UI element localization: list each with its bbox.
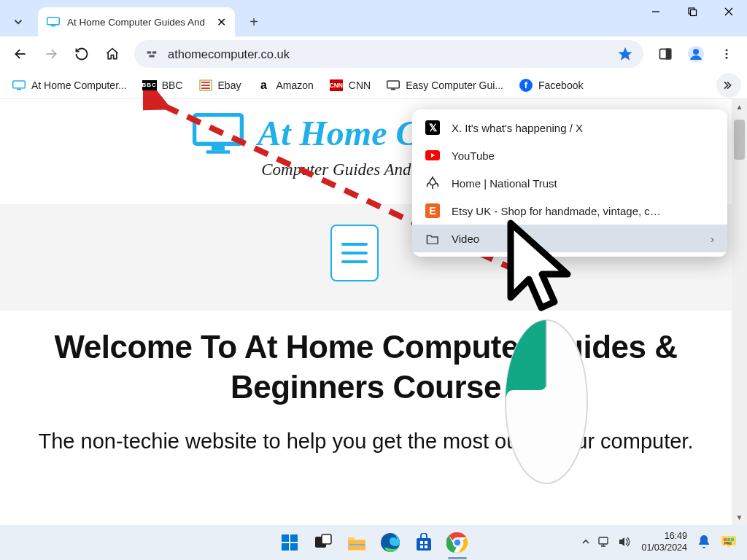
bookmark-label: BBC — [162, 79, 183, 91]
scrollbar-thumb[interactable] — [734, 120, 745, 160]
annotation-mouse-icon — [503, 317, 589, 486]
hero-section: Welcome To At Home Computer Guides & Beg… — [22, 327, 710, 456]
svg-marker-53 — [619, 537, 624, 546]
chrome-button[interactable] — [444, 529, 471, 556]
svg-rect-35 — [282, 534, 289, 542]
taskbar-clock[interactable]: 16:49 01/03/2024 — [641, 531, 687, 553]
svg-rect-36 — [290, 534, 298, 542]
store-button[interactable] — [410, 529, 438, 556]
reload-button[interactable] — [67, 39, 96, 69]
bookmark-ebay[interactable]: Ebay — [193, 75, 248, 96]
tab-favicon-icon — [47, 17, 60, 27]
mobile-menu-button[interactable] — [330, 225, 379, 281]
svg-rect-24 — [387, 81, 400, 88]
svg-rect-28 — [206, 150, 230, 153]
taskbar-center — [276, 529, 471, 556]
clock-time: 16:49 — [641, 531, 687, 542]
bookmark-athome[interactable]: At Home Computer... — [6, 75, 133, 96]
profile-button[interactable] — [681, 39, 711, 69]
svg-rect-1 — [51, 26, 55, 27]
amazon-icon: a — [257, 79, 270, 92]
window-close-button[interactable] — [711, 0, 747, 23]
svg-rect-52 — [599, 537, 608, 544]
clock-date: 01/03/2024 — [641, 542, 687, 554]
svg-rect-37 — [282, 543, 289, 551]
site-info-icon[interactable] — [144, 47, 159, 61]
bookmark-amazon[interactable]: aAmazon — [250, 75, 320, 96]
bookmark-facebook[interactable]: fFacebook — [513, 75, 589, 96]
scroll-down-arrow[interactable]: ▼ — [732, 510, 747, 525]
tray-overflow-icon[interactable] — [581, 537, 590, 548]
bookmark-label: CNN — [349, 79, 371, 91]
bookmark-label: Amazon — [276, 79, 313, 91]
home-button[interactable] — [98, 39, 127, 69]
bookmark-bbc[interactable]: BBCBBC — [136, 75, 190, 96]
tab-close-button[interactable]: ✕ — [214, 15, 228, 28]
tray-volume-icon[interactable] — [618, 536, 631, 550]
ebay-icon — [199, 79, 212, 92]
svg-rect-27 — [212, 145, 225, 150]
file-explorer-button[interactable] — [343, 529, 371, 556]
svg-rect-46 — [425, 541, 427, 544]
window-maximize-button[interactable] — [674, 0, 711, 23]
facebook-icon: f — [519, 79, 533, 92]
scrollbar[interactable]: ▲ ▼ — [732, 99, 747, 525]
bookmark-label: Facebook — [538, 79, 583, 91]
forward-button[interactable] — [36, 39, 66, 69]
notifications-button[interactable] — [697, 534, 711, 551]
svg-rect-11 — [149, 55, 154, 57]
svg-rect-0 — [47, 18, 60, 25]
folder-icon — [425, 231, 440, 246]
svg-rect-42 — [349, 544, 365, 545]
overflow-item-x[interactable]: 𝕏X. It's what's happening / X — [412, 114, 727, 141]
overflow-label: YouTube — [452, 149, 495, 162]
bookmark-star-icon[interactable] — [617, 46, 633, 62]
svg-rect-4 — [691, 10, 697, 16]
svg-rect-47 — [420, 545, 423, 548]
tab-search-button[interactable] — [3, 7, 34, 36]
bookmark-cnn[interactable]: CNNCNN — [323, 75, 377, 96]
monitor-icon — [12, 79, 26, 92]
bookmark-label: Easy Computer Gui... — [406, 79, 503, 91]
address-bar[interactable] — [134, 40, 643, 68]
svg-rect-40 — [322, 534, 331, 544]
svg-point-20 — [726, 57, 728, 59]
bookmark-easy[interactable]: Easy Computer Gui... — [380, 75, 510, 96]
page-heading: Welcome To At Home Computer Guides & Beg… — [22, 327, 710, 407]
scroll-up-arrow[interactable]: ▲ — [732, 99, 747, 114]
monitor-dark-icon — [387, 79, 400, 92]
svg-rect-26 — [195, 115, 242, 144]
edge-button[interactable] — [376, 529, 404, 556]
task-view-button[interactable] — [309, 529, 337, 556]
system-tray: 16:49 01/03/2024 PRE — [581, 531, 737, 553]
chrome-menu-button[interactable] — [712, 39, 741, 69]
svg-point-19 — [726, 53, 728, 55]
page-subheading: The non-techie website to help you get t… — [22, 427, 710, 456]
url-input[interactable] — [168, 47, 617, 61]
back-button[interactable] — [6, 39, 35, 69]
svg-rect-44 — [417, 538, 431, 551]
browser-tab[interactable]: At Home Computer Guides And ✕ — [38, 7, 235, 36]
overflow-label: Etsy UK - Shop for handmade, vintage, c… — [452, 205, 661, 217]
chevron-right-icon: › — [711, 233, 714, 245]
svg-marker-12 — [618, 47, 632, 61]
bbc-icon: BBC — [143, 79, 156, 92]
bookmark-label: Ebay — [218, 79, 241, 91]
browser-titlebar: At Home Computer Guides And ✕ + — [0, 0, 747, 36]
annotation-cursor-icon — [503, 217, 576, 319]
x-icon: 𝕏 — [425, 120, 440, 135]
bookmarks-overflow-button[interactable] — [716, 73, 741, 98]
window-controls — [638, 0, 747, 29]
new-tab-button[interactable]: + — [242, 10, 266, 34]
overflow-item-nationaltrust[interactable]: Home | National Trust — [412, 169, 727, 197]
national-trust-icon — [425, 176, 440, 190]
window-minimize-button[interactable] — [638, 0, 674, 23]
youtube-icon — [425, 148, 440, 163]
start-button[interactable] — [276, 529, 303, 556]
overflow-item-youtube[interactable]: YouTube — [412, 141, 727, 169]
tray-app-icon[interactable]: PRE — [721, 534, 737, 551]
tray-network-icon[interactable] — [597, 536, 611, 550]
etsy-icon: E — [425, 203, 440, 218]
svg-rect-38 — [290, 543, 298, 551]
side-panel-button[interactable] — [651, 39, 680, 69]
